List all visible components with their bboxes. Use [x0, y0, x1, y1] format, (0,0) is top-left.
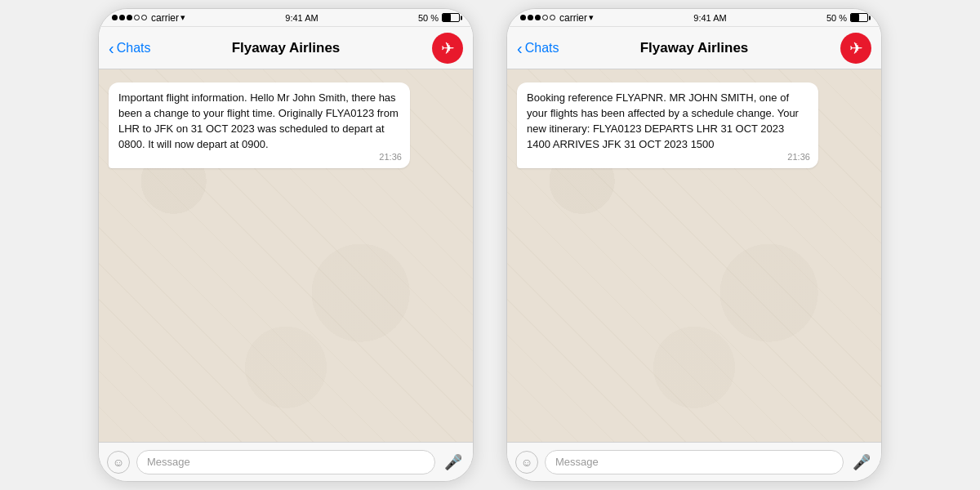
- phone-right: carrier ▾ 9:41 AM 50 % ‹ Chats Flyaway A…: [506, 8, 882, 482]
- time-display: 9:41 AM: [285, 13, 318, 23]
- plane-icon-left: ✈: [441, 38, 455, 58]
- status-right-right: 50 %: [826, 13, 868, 23]
- signal-dot-r4: [542, 15, 548, 20]
- signal-dot-r1: [520, 15, 526, 20]
- signal-dot-1: [112, 15, 118, 20]
- input-bar-right: ☺ Message 🎤: [507, 442, 881, 481]
- input-bar-left: ☺ Message 🎤: [99, 442, 473, 481]
- smiley-button-left[interactable]: ☺: [107, 451, 130, 474]
- message-placeholder-left: Message: [147, 456, 190, 468]
- mic-button-left[interactable]: 🎤: [442, 451, 465, 474]
- back-label-right[interactable]: Chats: [525, 41, 559, 56]
- status-left-right: carrier ▾: [520, 12, 594, 24]
- mic-button-right[interactable]: 🎤: [850, 451, 873, 474]
- message-time-left: 21:36: [379, 151, 402, 164]
- signal-dot-r2: [528, 15, 533, 20]
- signal-dot-4: [134, 15, 140, 20]
- chat-area-left: Important flight information. Hello Mr J…: [99, 69, 473, 442]
- carrier-label-right: carrier: [559, 12, 587, 24]
- smiley-button-right[interactable]: ☺: [515, 451, 538, 474]
- chat-area-right: Booking reference FLYAPNR. MR JOHN SMITH…: [507, 69, 881, 442]
- status-left: carrier ▾: [112, 12, 185, 24]
- message-time-right: 21:36: [787, 151, 810, 164]
- status-bar-left: carrier ▾ 9:41 AM 50 %: [99, 9, 473, 27]
- nav-bar-inner-right: ‹ Chats Flyaway Airlines ✈: [517, 33, 871, 64]
- message-text-left: Important flight information. Hello Mr J…: [118, 91, 399, 150]
- time-display-right: 9:41 AM: [693, 13, 726, 23]
- back-button-right[interactable]: ‹ Chats: [517, 40, 559, 56]
- status-bar-right: carrier ▾ 9:41 AM 50 %: [507, 9, 881, 27]
- signal-dot-r3: [535, 15, 541, 20]
- message-text-right: Booking reference FLYAPNR. MR JOHN SMITH…: [527, 91, 799, 150]
- nav-title-left: Flyaway Airlines: [232, 40, 341, 56]
- back-arrow-icon-right: ‹: [517, 40, 523, 56]
- signal-dot-3: [127, 15, 132, 20]
- wifi-icon-right: ▾: [589, 12, 594, 23]
- battery-fill: [443, 14, 451, 21]
- status-right: 50 %: [418, 13, 460, 23]
- carrier-label: carrier: [151, 12, 179, 24]
- message-bubble-left: Important flight information. Hello Mr J…: [109, 82, 410, 168]
- avatar-right[interactable]: ✈: [840, 33, 871, 64]
- battery-percent: 50 %: [418, 13, 439, 23]
- battery-percent-right: 50 %: [826, 13, 847, 23]
- battery-icon: [442, 13, 460, 22]
- signal-dot-2: [119, 15, 125, 20]
- nav-bar-inner-left: ‹ Chats Flyaway Airlines ✈: [109, 33, 463, 64]
- message-placeholder-right: Message: [555, 456, 599, 468]
- message-input-left[interactable]: Message: [136, 450, 435, 474]
- back-arrow-icon-left: ‹: [109, 40, 114, 56]
- signal-dot-r5: [550, 15, 555, 20]
- message-input-right[interactable]: Message: [545, 450, 844, 474]
- phone-left: carrier ▾ 9:41 AM 50 % ‹ Chats Flyaway A…: [98, 8, 474, 482]
- avatar-left[interactable]: ✈: [432, 33, 463, 64]
- nav-bar-right: ‹ Chats Flyaway Airlines ✈: [507, 27, 881, 69]
- battery-icon-right: [850, 13, 868, 22]
- nav-title-right: Flyaway Airlines: [640, 40, 749, 56]
- message-bubble-right: Booking reference FLYAPNR. MR JOHN SMITH…: [517, 82, 818, 168]
- nav-bar-left: ‹ Chats Flyaway Airlines ✈: [99, 27, 473, 69]
- plane-icon-right: ✈: [849, 38, 863, 58]
- back-button-left[interactable]: ‹ Chats: [109, 40, 150, 56]
- signal-dot-5: [141, 15, 147, 20]
- back-label-left[interactable]: Chats: [117, 41, 151, 56]
- wifi-icon: ▾: [180, 12, 185, 23]
- battery-fill-right: [851, 14, 859, 21]
